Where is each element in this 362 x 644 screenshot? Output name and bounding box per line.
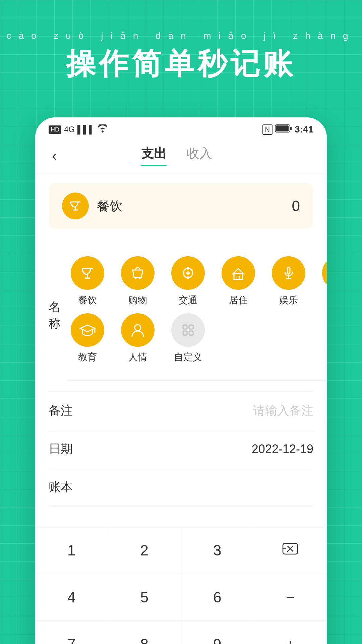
key-5[interactable]: 5 <box>108 574 181 621</box>
phone-mockup: HD 4G ▌▌▌ N 3:41 ‹ 支出 收入 <box>35 117 327 644</box>
note-row[interactable]: 备注 请输入备注 <box>49 392 313 430</box>
housing-icon <box>222 256 255 290</box>
signal-icon: ▌▌▌ <box>77 125 95 134</box>
signal-bars: 4G <box>64 125 75 134</box>
form-fields: 备注 请输入备注 日期 2022-12-19 账本 <box>35 392 327 506</box>
housing-label: 居住 <box>229 294 248 307</box>
svg-rect-11 <box>287 267 290 274</box>
note-label: 备注 <box>49 402 73 419</box>
app-title: 操作简单秒记账 <box>0 44 362 84</box>
svg-point-13 <box>135 325 141 331</box>
transport-icon <box>171 256 205 290</box>
numpad: 1 2 3 4 5 6 − 7 8 9 + 再记 0 . <box>35 527 327 644</box>
key-4[interactable]: 4 <box>35 574 108 621</box>
shopping-label: 购物 <box>128 294 147 307</box>
svg-rect-15 <box>189 325 193 329</box>
education-icon <box>71 313 104 347</box>
key-6[interactable]: 6 <box>181 574 254 621</box>
name-label: 名称 <box>49 299 61 332</box>
category-custom[interactable]: 自定义 <box>168 313 208 364</box>
amount-value: 0 <box>292 198 300 214</box>
status-bar: HD 4G ▌▌▌ N 3:41 <box>35 117 327 138</box>
category-row-1: 餐饮 <box>67 256 327 307</box>
form-section: 名称 <box>35 239 327 392</box>
svg-rect-17 <box>189 331 193 335</box>
shopping-icon <box>121 256 155 290</box>
date-label: 日期 <box>49 441 73 457</box>
nfc-icon: N <box>262 124 273 135</box>
category-row-2: 教育 人情 <box>67 313 327 364</box>
svg-rect-16 <box>183 331 187 335</box>
hd-badge: HD <box>49 125 61 134</box>
category-shopping[interactable]: 购物 <box>118 256 158 307</box>
date-value: 2022-12-19 <box>252 442 313 456</box>
category-transport[interactable]: 交通 <box>168 256 208 307</box>
back-button[interactable]: ‹ <box>52 147 64 164</box>
svg-point-7 <box>187 267 189 270</box>
dining-label: 餐饮 <box>78 294 97 307</box>
education-label: 教育 <box>78 351 97 364</box>
amount-display: 餐饮 0 <box>49 183 313 229</box>
category-housing[interactable]: 居住 <box>218 256 258 307</box>
transport-label: 交通 <box>179 294 197 307</box>
amount-category-label: 餐饮 <box>97 198 284 215</box>
name-row: 名称 <box>49 239 313 392</box>
category-relationship[interactable]: 人情 <box>118 313 158 364</box>
svg-point-8 <box>187 276 189 279</box>
dining-icon <box>71 256 104 290</box>
ledger-row[interactable]: 账本 <box>49 468 313 506</box>
wifi-icon <box>97 124 108 135</box>
category-entertainment[interactable]: 娱乐 <box>268 256 309 307</box>
entertainment-label: 娱乐 <box>279 294 298 307</box>
key-7[interactable]: 7 <box>35 621 108 644</box>
custom-label: 自定义 <box>174 351 202 364</box>
app-container: cāo zuò jiǎn dān miǎo jì zhàng 操作简单秒记账 H… <box>0 0 362 644</box>
svg-rect-1 <box>290 127 292 130</box>
key-delete[interactable] <box>254 527 327 574</box>
key-1[interactable]: 1 <box>35 527 108 574</box>
relationship-icon <box>121 313 155 347</box>
relationship-label: 人情 <box>128 351 147 364</box>
status-time: 3:41 <box>295 124 313 135</box>
spacer <box>35 506 327 527</box>
svg-point-4 <box>139 278 141 279</box>
tab-income[interactable]: 收入 <box>187 145 212 166</box>
category-medical[interactable]: 医疗 <box>319 256 327 307</box>
key-3[interactable]: 3 <box>181 527 254 574</box>
entertainment-icon <box>272 256 305 290</box>
medical-icon <box>322 256 327 290</box>
svg-rect-2 <box>276 125 289 131</box>
custom-icon <box>171 313 205 347</box>
note-value: 请输入备注 <box>253 402 313 419</box>
key-minus[interactable]: − <box>254 574 327 621</box>
status-right: N 3:41 <box>262 124 314 135</box>
header-section: cāo zuò jiǎn dān miǎo jì zhàng 操作简单秒记账 <box>0 0 362 104</box>
key-8[interactable]: 8 <box>108 621 181 644</box>
category-grid: 餐饮 <box>67 250 327 381</box>
nav-tabs: 支出 收入 <box>64 145 290 166</box>
date-row[interactable]: 日期 2022-12-19 <box>49 430 313 468</box>
tab-expense[interactable]: 支出 <box>141 145 167 166</box>
svg-point-3 <box>135 278 137 279</box>
status-left: HD 4G ▌▌▌ <box>49 124 108 135</box>
nav-bar: ‹ 支出 收入 <box>35 138 327 173</box>
category-education[interactable]: 教育 <box>67 313 108 364</box>
key-plus[interactable]: + <box>254 621 327 644</box>
key-9[interactable]: 9 <box>181 621 254 644</box>
pinyin-text: cāo zuò jiǎn dān miǎo jì zhàng <box>0 30 362 41</box>
category-icon-large <box>62 193 89 219</box>
svg-rect-14 <box>183 325 187 329</box>
key-2[interactable]: 2 <box>108 527 181 574</box>
ledger-label: 账本 <box>49 479 73 495</box>
category-dining[interactable]: 餐饮 <box>67 256 108 307</box>
battery-icon <box>275 124 292 135</box>
